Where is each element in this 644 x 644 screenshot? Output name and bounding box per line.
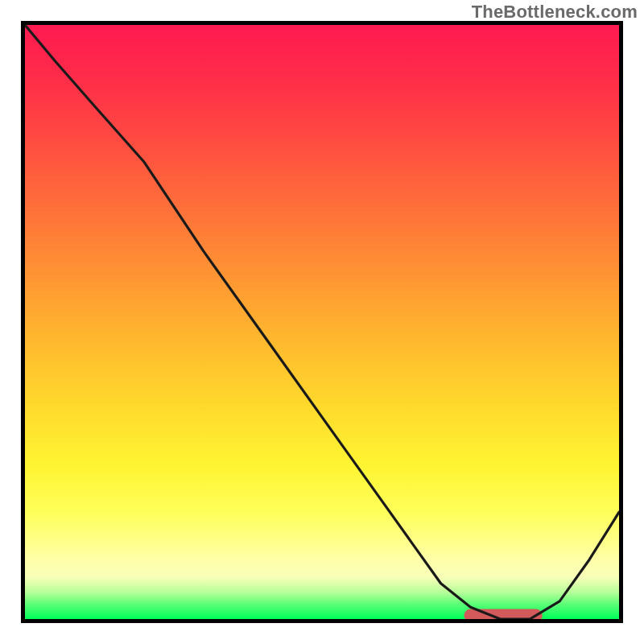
plot-inner — [21, 21, 623, 623]
plot-frame — [21, 21, 623, 623]
chart-container: TheBottleneck.com — [0, 0, 644, 644]
heat-gradient — [25, 25, 619, 619]
watermark-text: TheBottleneck.com — [472, 2, 638, 23]
